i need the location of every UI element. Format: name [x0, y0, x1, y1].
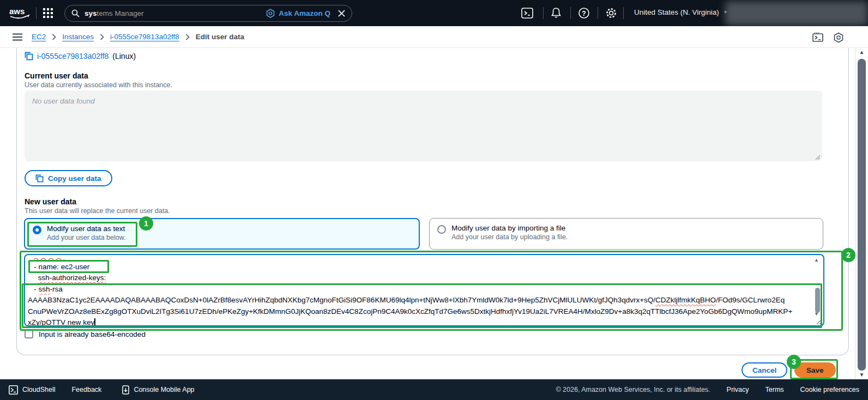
annotation-badge-3: 3	[787, 355, 801, 369]
current-user-data-description: User data currently associated with this…	[25, 81, 172, 89]
divider	[570, 7, 571, 19]
annotation-box-name-line	[28, 260, 109, 273]
new-user-data-description: This user data will replace the current …	[25, 207, 170, 215]
option-label: Modify user data by importing a file	[451, 224, 568, 232]
annotation-badge-1: 1	[139, 216, 153, 231]
current-user-data-box[interactable]: No user data found	[25, 90, 822, 161]
terms-link[interactable]: Terms	[765, 386, 784, 393]
ask-amazon-q-label: Ask Amazon Q	[279, 9, 330, 17]
search-icon	[71, 9, 80, 17]
resize-handle-icon[interactable]	[815, 154, 820, 160]
settings-gear-icon[interactable]	[605, 7, 617, 19]
base64-checkbox-row: Input is already base64-encoded	[25, 330, 146, 338]
new-user-data-title: New user data	[25, 197, 76, 206]
console-footer: CloudShell Feedback Console Mobile App ©…	[0, 379, 868, 400]
current-user-data-title: Current user data	[25, 71, 88, 80]
cookie-preferences-link[interactable]: Cookie preferences	[800, 386, 859, 393]
feedback-label: Feedback	[71, 386, 101, 393]
console-mobile-app-label: Console Mobile App	[134, 386, 194, 393]
divider	[623, 7, 624, 19]
breadcrumb-bar: EC2 Instances i-0555ce79813a02ff8 Edit u…	[0, 26, 868, 48]
cancel-button[interactable]: Cancel	[742, 362, 787, 378]
breadcrumb-link-instance-id[interactable]: i-0555ce79813a02ff8	[110, 33, 179, 41]
breadcrumb-link-instances[interactable]: Instances	[62, 33, 94, 41]
aws-logo-icon: aws	[9, 6, 32, 21]
copyright-text: © 2026, Amazon Web Services, Inc. or its…	[556, 386, 710, 393]
search-suggestion-text: tems Manager	[97, 9, 144, 17]
aws-console-page: aws sys tems Manager	[0, 0, 868, 400]
top-nav-bar: aws sys tems Manager	[0, 0, 868, 26]
help-icon[interactable]: ?	[578, 7, 590, 19]
breadcrumb: EC2 Instances i-0555ce79813a02ff8 Edit u…	[32, 33, 244, 41]
hamburger-menu-icon[interactable]	[13, 33, 22, 41]
console-mobile-app-button[interactable]: Console Mobile App	[122, 385, 194, 395]
base64-checkbox-label: Input is already base64-encoded	[39, 330, 146, 338]
cloudshell-terminal-icon[interactable]	[521, 7, 533, 19]
shortcuts-terminal-icon[interactable]	[812, 32, 824, 43]
amazon-q-panel-icon[interactable]	[833, 32, 844, 43]
aws-logo[interactable]: aws	[9, 6, 32, 21]
svg-text:aws: aws	[9, 7, 25, 16]
search-input[interactable]: sys tems Manager Ask Amazon Q	[64, 5, 352, 22]
chevron-right-icon	[100, 34, 104, 40]
copy-icon[interactable]	[25, 52, 33, 60]
privacy-link[interactable]: Privacy	[727, 386, 749, 393]
scroll-up-icon[interactable]: ▲	[858, 49, 866, 55]
divider	[598, 7, 598, 19]
cloudshell-icon	[9, 385, 18, 395]
cloudshell-footer-label: CloudShell	[22, 386, 55, 393]
ask-amazon-q-button[interactable]: Ask Amazon Q	[266, 9, 330, 18]
option-import-file[interactable]: Modify user data by importing a file Add…	[429, 218, 823, 250]
search-typed-text: sys	[85, 9, 97, 17]
annotation-box-modify-as-text	[27, 222, 137, 247]
current-user-data-placeholder: No user data found	[32, 97, 95, 105]
notifications-bell-icon[interactable]	[551, 7, 562, 19]
page-scrollbar-thumb[interactable]	[858, 59, 866, 371]
divider	[543, 7, 544, 19]
instance-os-label: (Linux)	[112, 52, 136, 60]
feedback-button[interactable]: Feedback	[71, 386, 101, 393]
amazon-q-icon	[266, 9, 275, 18]
copy-user-data-label: Copy user data	[48, 174, 101, 183]
breadcrumb-link-ec2[interactable]: EC2	[32, 33, 46, 41]
divider	[36, 7, 37, 19]
annotation-box-ssh-key	[22, 283, 822, 328]
radio-unselected-icon[interactable]	[437, 225, 446, 234]
base64-checkbox[interactable]	[25, 330, 33, 338]
annotation-badge-2: 2	[841, 248, 855, 262]
breadcrumb-current-page: Edit user data	[196, 33, 244, 41]
chevron-right-icon	[52, 34, 56, 40]
instance-id-link[interactable]: i-0555ce79813a02ff8	[37, 52, 108, 60]
region-label: United States (N. Virginia)	[634, 8, 719, 16]
cloudshell-footer-button[interactable]: CloudShell	[9, 385, 55, 395]
apps-grid-icon[interactable]	[43, 8, 53, 19]
mobile-phone-icon	[122, 385, 129, 395]
copy-user-data-button[interactable]: Copy user data	[25, 170, 112, 186]
cancel-label: Cancel	[752, 366, 776, 374]
option-description: Add your user data by uploading a file.	[451, 233, 568, 241]
chevron-right-icon	[185, 34, 190, 40]
copy-icon	[35, 174, 44, 183]
region-selector[interactable]: United States (N. Virginia) ▼	[634, 8, 728, 16]
scroll-down-icon[interactable]: ▼	[858, 372, 866, 378]
redacted-account-area	[725, 1, 868, 26]
search-close-icon[interactable]	[338, 10, 345, 17]
instance-header: i-0555ce79813a02ff8 (Linux)	[25, 52, 136, 60]
svg-text:?: ?	[582, 10, 586, 17]
